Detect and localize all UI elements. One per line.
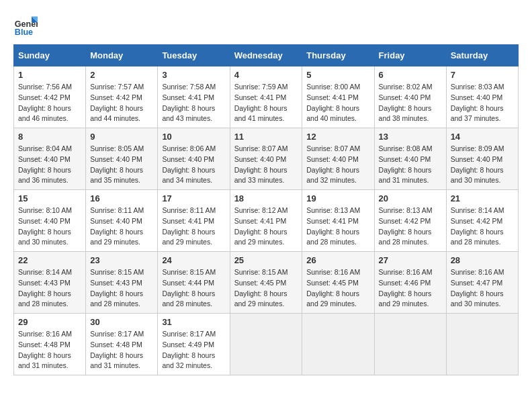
day-number: 30 (90, 317, 153, 327)
day-cell: 17 Sunrise: 8:11 AMSunset: 4:41 PMDaylig… (158, 190, 230, 252)
day-number: 21 (451, 193, 514, 203)
day-info: Sunrise: 8:09 AMSunset: 4:40 PMDaylight:… (451, 144, 504, 184)
calendar-body: 1 Sunrise: 7:56 AMSunset: 4:42 PMDayligh… (14, 66, 519, 375)
day-cell (302, 314, 374, 375)
day-number: 25 (234, 255, 298, 265)
header-row: SundayMondayTuesdayWednesdayThursdayFrid… (14, 45, 519, 66)
day-cell: 13 Sunrise: 8:08 AMSunset: 4:40 PMDaylig… (374, 128, 446, 190)
day-cell: 25 Sunrise: 8:15 AMSunset: 4:45 PMDaylig… (230, 252, 302, 314)
page-header: General Blue (13, 13, 519, 38)
day-cell: 16 Sunrise: 8:11 AMSunset: 4:40 PMDaylig… (86, 190, 158, 252)
day-number: 18 (234, 193, 298, 203)
day-cell: 21 Sunrise: 8:14 AMSunset: 4:42 PMDaylig… (446, 190, 518, 252)
day-info: Sunrise: 8:16 AMSunset: 4:45 PMDaylight:… (306, 268, 360, 308)
week-row-2: 8 Sunrise: 8:04 AMSunset: 4:40 PMDayligh… (14, 128, 519, 190)
svg-text:Blue: Blue (15, 28, 33, 37)
day-info: Sunrise: 8:10 AMSunset: 4:40 PMDaylight:… (18, 206, 72, 246)
day-cell: 23 Sunrise: 8:15 AMSunset: 4:43 PMDaylig… (86, 252, 158, 314)
calendar-header: SundayMondayTuesdayWednesdayThursdayFrid… (14, 45, 519, 66)
day-info: Sunrise: 8:12 AMSunset: 4:41 PMDaylight:… (234, 206, 288, 246)
week-row-1: 1 Sunrise: 7:56 AMSunset: 4:42 PMDayligh… (14, 66, 519, 128)
logo: General Blue (13, 13, 40, 38)
day-number: 20 (379, 193, 442, 203)
day-cell: 28 Sunrise: 8:16 AMSunset: 4:47 PMDaylig… (446, 252, 518, 314)
day-cell: 11 Sunrise: 8:07 AMSunset: 4:40 PMDaylig… (230, 128, 302, 190)
header-cell-wednesday: Wednesday (230, 45, 302, 66)
day-cell (374, 314, 446, 375)
day-info: Sunrise: 8:17 AMSunset: 4:48 PMDaylight:… (90, 330, 144, 369)
day-number: 8 (18, 132, 81, 142)
day-cell: 29 Sunrise: 8:16 AMSunset: 4:48 PMDaylig… (14, 314, 86, 375)
day-cell: 9 Sunrise: 8:05 AMSunset: 4:40 PMDayligh… (86, 128, 158, 190)
day-cell: 19 Sunrise: 8:13 AMSunset: 4:41 PMDaylig… (302, 190, 374, 252)
day-info: Sunrise: 8:14 AMSunset: 4:42 PMDaylight:… (451, 206, 504, 246)
day-number: 29 (18, 317, 81, 327)
day-number: 3 (162, 70, 225, 80)
day-cell (446, 314, 518, 375)
day-cell: 10 Sunrise: 8:06 AMSunset: 4:40 PMDaylig… (158, 128, 230, 190)
day-cell: 31 Sunrise: 8:17 AMSunset: 4:49 PMDaylig… (158, 314, 230, 375)
day-cell: 18 Sunrise: 8:12 AMSunset: 4:41 PMDaylig… (230, 190, 302, 252)
day-info: Sunrise: 8:16 AMSunset: 4:46 PMDaylight:… (379, 268, 433, 308)
day-cell: 8 Sunrise: 8:04 AMSunset: 4:40 PMDayligh… (14, 128, 86, 190)
day-number: 15 (18, 193, 81, 203)
day-cell: 7 Sunrise: 8:03 AMSunset: 4:40 PMDayligh… (446, 66, 518, 128)
day-info: Sunrise: 8:03 AMSunset: 4:40 PMDaylight:… (451, 83, 504, 122)
day-number: 10 (162, 132, 225, 142)
header-cell-sunday: Sunday (14, 45, 86, 66)
day-info: Sunrise: 7:56 AMSunset: 4:42 PMDaylight:… (18, 83, 72, 122)
header-cell-friday: Friday (374, 45, 446, 66)
day-number: 9 (90, 132, 153, 142)
day-info: Sunrise: 8:15 AMSunset: 4:45 PMDaylight:… (234, 268, 288, 308)
day-number: 2 (90, 70, 153, 80)
day-info: Sunrise: 8:07 AMSunset: 4:40 PMDaylight:… (306, 144, 360, 184)
calendar-table: SundayMondayTuesdayWednesdayThursdayFrid… (13, 44, 519, 375)
day-info: Sunrise: 8:16 AMSunset: 4:48 PMDaylight:… (18, 330, 72, 369)
day-number: 27 (379, 255, 442, 265)
day-info: Sunrise: 7:59 AMSunset: 4:41 PMDaylight:… (234, 83, 288, 122)
day-number: 11 (234, 132, 298, 142)
day-info: Sunrise: 8:07 AMSunset: 4:40 PMDaylight:… (234, 144, 288, 184)
day-number: 19 (306, 193, 369, 203)
day-number: 6 (379, 70, 442, 80)
day-number: 22 (18, 255, 81, 265)
day-info: Sunrise: 8:15 AMSunset: 4:43 PMDaylight:… (90, 268, 144, 308)
header-cell-thursday: Thursday (302, 45, 374, 66)
header-cell-saturday: Saturday (446, 45, 518, 66)
day-cell: 14 Sunrise: 8:09 AMSunset: 4:40 PMDaylig… (446, 128, 518, 190)
day-cell: 20 Sunrise: 8:13 AMSunset: 4:42 PMDaylig… (374, 190, 446, 252)
day-cell: 4 Sunrise: 7:59 AMSunset: 4:41 PMDayligh… (230, 66, 302, 128)
day-cell: 3 Sunrise: 7:58 AMSunset: 4:41 PMDayligh… (158, 66, 230, 128)
day-number: 7 (451, 70, 514, 80)
day-info: Sunrise: 8:02 AMSunset: 4:40 PMDaylight:… (379, 83, 433, 122)
day-number: 4 (234, 70, 298, 80)
day-info: Sunrise: 8:16 AMSunset: 4:47 PMDaylight:… (451, 268, 504, 308)
week-row-4: 22 Sunrise: 8:14 AMSunset: 4:43 PMDaylig… (14, 252, 519, 314)
day-cell: 30 Sunrise: 8:17 AMSunset: 4:48 PMDaylig… (86, 314, 158, 375)
day-info: Sunrise: 8:08 AMSunset: 4:40 PMDaylight:… (379, 144, 433, 184)
day-info: Sunrise: 8:00 AMSunset: 4:41 PMDaylight:… (306, 83, 360, 122)
day-cell: 24 Sunrise: 8:15 AMSunset: 4:44 PMDaylig… (158, 252, 230, 314)
day-info: Sunrise: 8:06 AMSunset: 4:40 PMDaylight:… (162, 144, 216, 184)
day-number: 23 (90, 255, 153, 265)
day-cell: 1 Sunrise: 7:56 AMSunset: 4:42 PMDayligh… (14, 66, 86, 128)
day-number: 5 (306, 70, 369, 80)
day-info: Sunrise: 8:11 AMSunset: 4:41 PMDaylight:… (162, 206, 216, 246)
day-cell: 2 Sunrise: 7:57 AMSunset: 4:42 PMDayligh… (86, 66, 158, 128)
day-cell: 6 Sunrise: 8:02 AMSunset: 4:40 PMDayligh… (374, 66, 446, 128)
day-number: 26 (306, 255, 369, 265)
day-number: 17 (162, 193, 225, 203)
day-cell: 12 Sunrise: 8:07 AMSunset: 4:40 PMDaylig… (302, 128, 374, 190)
day-info: Sunrise: 8:13 AMSunset: 4:42 PMDaylight:… (379, 206, 433, 246)
logo-icon: General Blue (13, 13, 38, 38)
day-number: 31 (162, 317, 225, 327)
week-row-3: 15 Sunrise: 8:10 AMSunset: 4:40 PMDaylig… (14, 190, 519, 252)
day-info: Sunrise: 8:14 AMSunset: 4:43 PMDaylight:… (18, 268, 72, 308)
day-number: 1 (18, 70, 81, 80)
day-cell: 26 Sunrise: 8:16 AMSunset: 4:45 PMDaylig… (302, 252, 374, 314)
day-info: Sunrise: 8:13 AMSunset: 4:41 PMDaylight:… (306, 206, 360, 246)
week-row-5: 29 Sunrise: 8:16 AMSunset: 4:48 PMDaylig… (14, 314, 519, 375)
day-info: Sunrise: 8:05 AMSunset: 4:40 PMDaylight:… (90, 144, 144, 184)
day-number: 28 (451, 255, 514, 265)
day-info: Sunrise: 8:15 AMSunset: 4:44 PMDaylight:… (162, 268, 216, 308)
